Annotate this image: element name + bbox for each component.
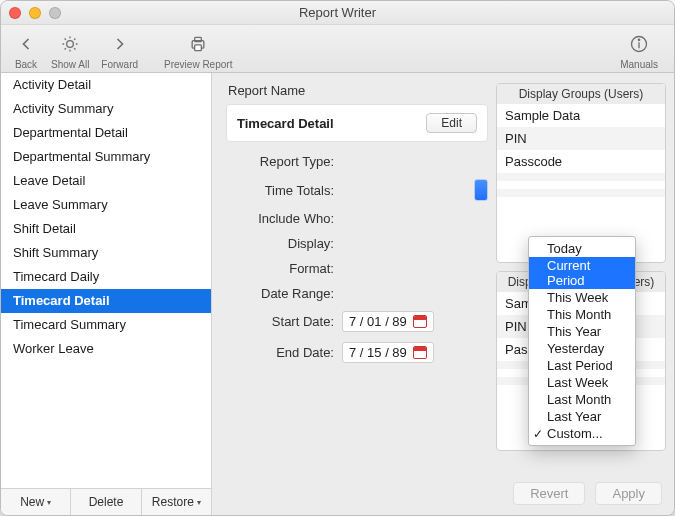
titlebar: Report Writer: [1, 1, 674, 25]
dropdown-item[interactable]: This Year: [529, 323, 635, 340]
sidebar-item[interactable]: Leave Summary: [1, 193, 211, 217]
date-range-label: Date Range:: [226, 286, 342, 301]
sidebar-item[interactable]: Worker Leave: [1, 337, 211, 361]
end-date-label: End Date:: [226, 345, 342, 360]
report-name-value: Timecard Detail: [237, 116, 334, 131]
dropdown-item[interactable]: Today: [529, 240, 635, 257]
svg-point-0: [67, 41, 74, 48]
toolbar: Back Show All Forward: [1, 25, 674, 73]
list-item[interactable]: Sample Data: [497, 104, 665, 127]
delete-button[interactable]: Delete: [71, 489, 141, 515]
svg-rect-2: [195, 37, 202, 41]
check-icon: ✓: [533, 427, 543, 441]
end-date-value: 7 / 15 / 89: [349, 345, 407, 360]
sidebar-item[interactable]: Departmental Detail: [1, 121, 211, 145]
new-button[interactable]: New▾: [1, 489, 71, 515]
sidebar-item[interactable]: Timecard Detail: [1, 289, 211, 313]
center-panel: Report Name Timecard Detail Edit Report …: [226, 83, 488, 505]
sidebar: Activity DetailActivity SummaryDepartmen…: [1, 73, 212, 515]
apply-button[interactable]: Apply: [595, 482, 662, 505]
forward-button[interactable]: [107, 31, 133, 57]
sidebar-item[interactable]: Timecard Summary: [1, 313, 211, 337]
restore-button[interactable]: Restore▾: [142, 489, 211, 515]
svg-rect-3: [195, 45, 202, 51]
time-totals-stepper[interactable]: [474, 179, 488, 201]
window-title: Report Writer: [1, 5, 674, 20]
calendar-icon[interactable]: [413, 346, 427, 359]
manuals-button[interactable]: [626, 31, 652, 57]
dropdown-item[interactable]: Last Week: [529, 374, 635, 391]
dropdown-item[interactable]: Last Period: [529, 357, 635, 374]
list-item[interactable]: [497, 189, 665, 197]
start-date-value: 7 / 01 / 89: [349, 314, 407, 329]
dropdown-item[interactable]: Current Period: [529, 257, 635, 289]
include-who-label: Include Who:: [226, 211, 342, 226]
revert-button[interactable]: Revert: [513, 482, 585, 505]
calendar-icon[interactable]: [413, 315, 427, 328]
report-name-label: Report Name: [228, 83, 488, 98]
start-date-input[interactable]: 7 / 01 / 89: [342, 311, 434, 332]
sidebar-item[interactable]: Departmental Summary: [1, 145, 211, 169]
sidebar-item[interactable]: Timecard Daily: [1, 265, 211, 289]
back-label: Back: [15, 59, 37, 70]
chevron-down-icon: ▾: [197, 498, 201, 507]
preview-report-button[interactable]: [185, 31, 211, 57]
list-item[interactable]: [497, 197, 665, 205]
sidebar-item[interactable]: Shift Summary: [1, 241, 211, 265]
display-label: Display:: [226, 236, 342, 251]
report-list[interactable]: Activity DetailActivity SummaryDepartmen…: [1, 73, 211, 488]
dropdown-item[interactable]: This Month: [529, 306, 635, 323]
date-range-dropdown[interactable]: TodayCurrent PeriodThis WeekThis MonthTh…: [528, 236, 636, 446]
end-date-input[interactable]: 7 / 15 / 89: [342, 342, 434, 363]
forward-label: Forward: [101, 59, 138, 70]
manuals-label: Manuals: [620, 59, 658, 70]
start-date-label: Start Date:: [226, 314, 342, 329]
sidebar-item[interactable]: Shift Detail: [1, 217, 211, 241]
format-label: Format:: [226, 261, 342, 276]
dropdown-item[interactable]: Yesterday: [529, 340, 635, 357]
list-item[interactable]: PIN: [497, 127, 665, 150]
report-type-label: Report Type:: [226, 154, 342, 169]
chevron-down-icon: ▾: [47, 498, 51, 507]
time-totals-label: Time Totals:: [226, 183, 342, 198]
sidebar-item[interactable]: Leave Detail: [1, 169, 211, 193]
list-item[interactable]: Passcode: [497, 150, 665, 173]
dropdown-item[interactable]: Last Year: [529, 408, 635, 425]
dropdown-item[interactable]: Last Month: [529, 391, 635, 408]
show-all-button[interactable]: [57, 31, 83, 57]
show-all-label: Show All: [51, 59, 89, 70]
dropdown-item[interactable]: ✓Custom...: [529, 425, 635, 442]
sidebar-item[interactable]: Activity Detail: [1, 73, 211, 97]
display-groups-users-title: Display Groups (Users): [497, 84, 665, 104]
dropdown-item[interactable]: This Week: [529, 289, 635, 306]
list-item[interactable]: [497, 173, 665, 181]
preview-report-label: Preview Report: [164, 59, 232, 70]
sidebar-item[interactable]: Activity Summary: [1, 97, 211, 121]
report-name-box: Timecard Detail Edit: [226, 104, 488, 142]
svg-point-6: [638, 39, 639, 40]
back-button[interactable]: [13, 31, 39, 57]
list-item[interactable]: [497, 181, 665, 189]
edit-button[interactable]: Edit: [426, 113, 477, 133]
